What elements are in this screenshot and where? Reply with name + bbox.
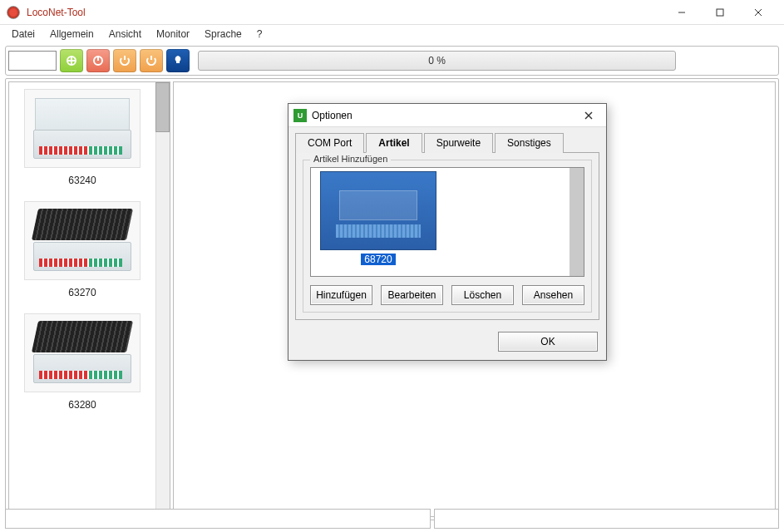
close-button[interactable] [739,0,777,25]
svg-rect-1 [717,9,723,16]
dialog-title: Optionen [312,110,576,121]
options-dialog: U Optionen COM Port Artikel Spurweite So… [288,103,607,361]
ok-button[interactable]: OK [498,332,598,352]
tab-artikel[interactable]: Artikel [366,133,422,153]
power1-button[interactable] [113,49,136,72]
group-label: Artikel Hinzufügen [310,154,391,164]
tab-sonstiges[interactable]: Sonstiges [495,133,564,153]
menu-monitor[interactable]: Monitor [150,27,196,42]
product-sidebar: 63240 63270 63280 [8,81,170,517]
add-button[interactable]: Hinzufügen [310,285,372,305]
status-right [434,509,779,529]
scrollbar-thumb[interactable] [570,168,584,276]
app-icon [7,6,20,19]
status-left [5,509,431,529]
go-button[interactable] [60,49,83,72]
address-input[interactable] [8,51,57,71]
article-list[interactable]: 68720 [310,167,584,277]
minimize-button[interactable] [663,0,701,25]
menubar: Datei Allgemein Ansicht Monitor Sprache … [0,25,784,43]
list-item[interactable]: 63270 [9,201,155,298]
list-item[interactable]: 68720 [316,171,441,265]
scrollbar-thumb[interactable] [155,82,170,132]
menu-sprache[interactable]: Sprache [198,27,249,42]
dialog-icon: U [293,109,307,122]
stop-button[interactable] [86,49,110,72]
light-button[interactable] [166,49,190,72]
view-button[interactable]: Ansehen [522,285,584,305]
tab-spurweite[interactable]: Spurweite [424,133,493,153]
edit-button[interactable]: Bearbeiten [381,285,443,305]
menu-datei[interactable]: Datei [5,27,42,42]
list-item[interactable]: 63240 [9,89,155,186]
menu-help[interactable]: ? [250,27,269,42]
maximize-button[interactable] [701,0,739,25]
toolbar: 0 % [5,46,779,76]
list-item[interactable]: 63280 [9,313,155,411]
statusbar [5,509,779,529]
product-label: 63280 [9,399,155,411]
tab-comport[interactable]: COM Port [295,133,364,153]
product-label: 63270 [9,287,155,298]
progress-text: 0 % [428,55,446,66]
power2-button[interactable] [140,49,163,72]
menu-ansicht[interactable]: Ansicht [102,27,148,42]
delete-button[interactable]: Löschen [451,285,514,305]
dialog-close-button[interactable] [576,107,601,124]
window-title: LocoNet-Tool [27,7,86,18]
product-label: 63240 [9,175,155,186]
progress-bar: 0 % [198,51,676,71]
article-thumbnail [320,171,436,250]
scrollbar-track[interactable] [155,82,170,516]
menu-allgemein[interactable]: Allgemein [43,27,101,42]
article-id: 68720 [361,254,395,265]
